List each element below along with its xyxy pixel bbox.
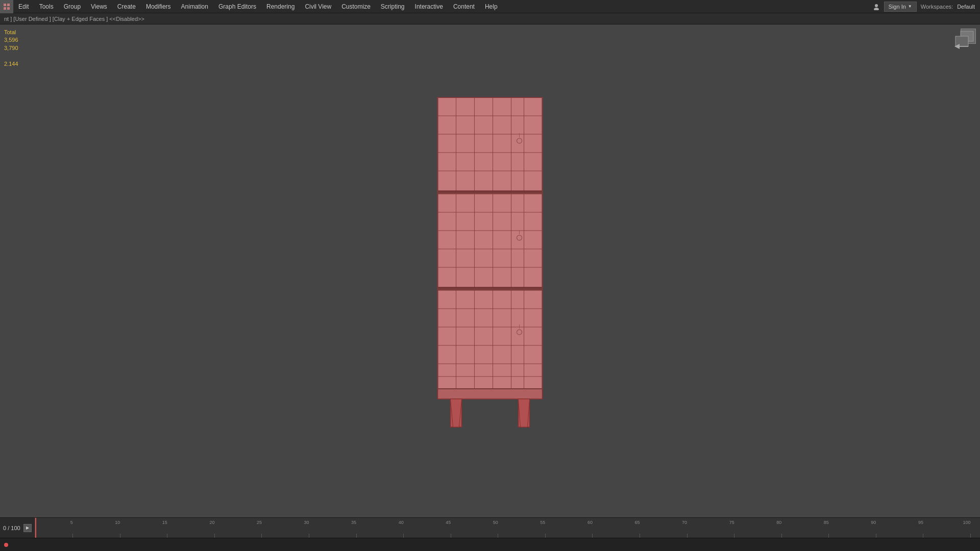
- svg-rect-10: [438, 97, 543, 192]
- workspaces-label: Workspaces:: [921, 4, 953, 10]
- status-dot: [4, 543, 8, 547]
- svg-rect-3: [7, 7, 10, 10]
- cabinet-container: [433, 92, 548, 429]
- svg-rect-7: [955, 36, 968, 46]
- menu-item-graph-editors[interactable]: Graph Editors: [213, 0, 261, 13]
- menu-item-interactive[interactable]: Interactive: [410, 0, 448, 13]
- menu-item-scripting[interactable]: Scripting: [376, 0, 410, 13]
- stat-vert-count: 3,790: [4, 44, 18, 52]
- breadcrumb-text: nt ] [User Defined ] [Clay + Edged Faces…: [4, 16, 144, 22]
- menu-item-edit[interactable]: Edit: [13, 0, 34, 13]
- timeline-bar: 0 / 100 ▶ 510152025303540455055606570758…: [0, 517, 980, 538]
- menu-item-customize[interactable]: Customize: [336, 0, 376, 13]
- timeline-ruler[interactable]: 5101520253035404550556065707580859095100: [35, 518, 980, 538]
- menu-item-help[interactable]: Help: [480, 0, 503, 13]
- breadcrumb-bar: nt ] [User Defined ] [Clay + Edged Faces…: [0, 13, 980, 24]
- svg-rect-2: [4, 7, 6, 10]
- menu-bar-right: Sign In ▼ Workspaces: Default: [873, 2, 980, 12]
- menu-item-rendering[interactable]: Rendering: [261, 0, 300, 13]
- menu-item-create[interactable]: Create: [112, 0, 141, 13]
- svg-point-4: [875, 4, 878, 7]
- viewport[interactable]: Total 3,596 3,790 2.144: [0, 24, 980, 517]
- timeline-playhead: [35, 518, 36, 538]
- stat-total-label: Total: [4, 29, 18, 36]
- stat-fps: 2.144: [4, 60, 18, 68]
- stat-poly-count: 3,596: [4, 36, 18, 44]
- svg-rect-1: [7, 4, 10, 6]
- menu-item-modifiers[interactable]: Modifiers: [141, 0, 176, 13]
- menu-bar: Edit Tools Group Views Create Modifiers …: [0, 0, 980, 13]
- sign-in-dropdown-arrow: ▼: [908, 4, 912, 9]
- timeline-counter-text: 0 / 100: [3, 525, 20, 531]
- svg-marker-53: [519, 399, 530, 427]
- menu-item-tools[interactable]: Tools: [34, 0, 59, 13]
- menu-item-group[interactable]: Group: [59, 0, 86, 13]
- cabinet-svg: [433, 92, 548, 429]
- stats-overlay: Total 3,596 3,790 2.144: [4, 29, 18, 68]
- nav-gizmo[interactable]: [950, 29, 976, 54]
- menu-item-animation[interactable]: Animation: [176, 0, 213, 13]
- svg-rect-0: [4, 4, 6, 6]
- sign-in-button[interactable]: Sign In ▼: [884, 2, 917, 12]
- svg-point-5: [874, 8, 879, 10]
- timeline-counter: 0 / 100 ▶: [0, 518, 35, 538]
- app-icon[interactable]: [0, 0, 13, 13]
- workspaces-value: Default: [957, 4, 975, 10]
- user-icon: [873, 3, 880, 10]
- menu-item-civil-view[interactable]: Civil View: [300, 0, 336, 13]
- timeline-play-button[interactable]: ▶: [23, 524, 32, 532]
- svg-rect-49: [438, 389, 543, 399]
- menu-item-views[interactable]: Views: [86, 0, 112, 13]
- gizmo-svg: [950, 29, 976, 54]
- svg-rect-36: [438, 290, 543, 390]
- svg-rect-23: [438, 194, 543, 288]
- sign-in-label: Sign In: [889, 4, 906, 10]
- status-bar: [0, 538, 980, 551]
- stat-blank: [4, 52, 18, 60]
- menu-item-content[interactable]: Content: [448, 0, 480, 13]
